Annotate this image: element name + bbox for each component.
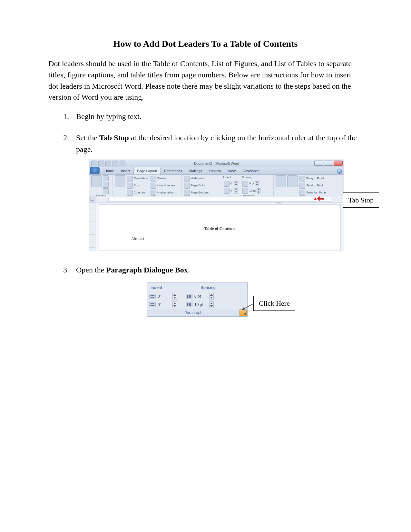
paragraph-footer-label: Paragraph bbox=[147, 310, 240, 316]
spacing-after-spinner[interactable] bbox=[209, 301, 214, 308]
send-to-back-button[interactable]: Send to Back bbox=[299, 182, 327, 189]
step-3: Open the Paragraph Dialogue Box. Indent … bbox=[71, 264, 363, 317]
step-2-text-a: Set the bbox=[76, 133, 99, 142]
step-2-bold: Tab Stop bbox=[99, 133, 129, 142]
orientation-button[interactable]: Orientation bbox=[126, 175, 149, 182]
help-icon[interactable] bbox=[337, 169, 342, 174]
spacing-before-control[interactable]: 0 pt bbox=[242, 181, 261, 187]
columns-button[interactable]: Columns bbox=[126, 190, 149, 196]
office-button-icon[interactable] bbox=[90, 167, 100, 174]
tab-page-layout[interactable]: Page Layout bbox=[133, 167, 161, 175]
tab-selector-icon[interactable] bbox=[89, 196, 95, 202]
step-3-bold: Paragraph Dialogue Box bbox=[106, 266, 188, 274]
close-button[interactable] bbox=[334, 161, 343, 166]
tab-review[interactable]: Review bbox=[206, 167, 224, 175]
spacing-before-icon bbox=[186, 294, 192, 299]
group-page-setup: Orientation Size Columns Breaks Line Num… bbox=[113, 175, 181, 196]
hyphenation-button[interactable]: Hyphenation bbox=[150, 190, 176, 196]
indent-left-value: 0" bbox=[230, 182, 233, 186]
bring-to-front-button[interactable]: Bring to Front bbox=[299, 175, 327, 182]
horizontal-ruler[interactable] bbox=[95, 196, 344, 202]
position-icon[interactable] bbox=[276, 175, 286, 187]
margins-icon[interactable] bbox=[115, 175, 125, 187]
themes-icon[interactable] bbox=[91, 175, 102, 187]
send-to-back-icon bbox=[299, 183, 305, 189]
indent-right-spinner[interactable] bbox=[172, 301, 177, 308]
selection-pane-button[interactable]: Selection Pane bbox=[299, 190, 327, 196]
document-area: Table of Contents Abstract bbox=[89, 202, 344, 251]
window-title: Document2 - Microsoft Word bbox=[89, 161, 344, 166]
doc-line-1-text: Abstract bbox=[131, 236, 144, 241]
maximize-button[interactable] bbox=[324, 161, 333, 166]
spacing-before-value[interactable]: 0 pt bbox=[194, 293, 207, 299]
indent-right-icon bbox=[149, 302, 156, 307]
page-color-button[interactable]: Page Color bbox=[183, 182, 209, 189]
indent-left-spinner[interactable] bbox=[172, 293, 177, 300]
size-button[interactable]: Size bbox=[126, 182, 149, 189]
tab-mailings[interactable]: Mailings bbox=[186, 167, 206, 175]
group-themes: Themes bbox=[89, 175, 113, 196]
tab-references[interactable]: References bbox=[161, 167, 186, 175]
tab-home[interactable]: Home bbox=[101, 167, 117, 175]
spacing-before-spinner[interactable] bbox=[255, 181, 259, 186]
paragraph-headers: Indent Spacing bbox=[147, 282, 247, 292]
tab-developer[interactable]: Developer bbox=[239, 167, 262, 175]
save-icon[interactable] bbox=[98, 161, 104, 166]
redo-icon[interactable] bbox=[113, 161, 118, 166]
watermark-label: Watermark bbox=[191, 176, 205, 181]
text-wrapping-icon[interactable] bbox=[287, 175, 298, 187]
step-1: Begin by typing text. bbox=[71, 111, 363, 122]
page-color-label: Page Color bbox=[191, 183, 205, 188]
bring-to-front-icon bbox=[299, 176, 305, 182]
indent-right-value[interactable]: 0" bbox=[158, 302, 171, 308]
send-to-back-label: Send to Back bbox=[306, 183, 324, 188]
theme-colors-icon[interactable] bbox=[103, 175, 109, 181]
selection-pane-label: Selection Pane bbox=[306, 191, 326, 195]
theme-effects-icon[interactable] bbox=[103, 188, 109, 194]
intro-paragraph: Dot leaders should be used in the Table … bbox=[48, 58, 363, 103]
indent-header: Indent bbox=[147, 284, 197, 291]
figure-2: Indent Spacing 0" 0 pt 0" bbox=[147, 282, 298, 317]
ruler-track bbox=[108, 197, 331, 202]
breaks-label: Breaks bbox=[157, 176, 166, 181]
ribbon-body: Themes Orientation Size Columns bbox=[89, 175, 344, 196]
vertical-ruler[interactable] bbox=[89, 202, 95, 251]
hyphenation-icon bbox=[151, 190, 156, 196]
indent-left-spinner[interactable] bbox=[234, 181, 238, 186]
spacing-after-value[interactable]: 10 pt bbox=[194, 302, 207, 308]
indent-header: Indent bbox=[223, 175, 239, 180]
spacing-after-control[interactable]: 10 pt bbox=[242, 188, 261, 194]
ruler-row bbox=[89, 196, 344, 202]
document-page[interactable]: Table of Contents Abstract bbox=[99, 204, 341, 251]
indent-right-control[interactable]: 0" bbox=[223, 188, 239, 194]
tab-insert[interactable]: Insert bbox=[117, 167, 133, 175]
watermark-icon bbox=[184, 176, 190, 182]
tab-stop-marker-icon[interactable] bbox=[314, 197, 317, 200]
page-borders-button[interactable]: Page Borders bbox=[183, 190, 209, 196]
group-paragraph: Indent 0" 0" Spacing 0 pt 10 pt bbox=[221, 175, 274, 196]
indent-left-value[interactable]: 0" bbox=[158, 293, 171, 299]
tab-view[interactable]: View bbox=[224, 167, 239, 175]
spacing-before-icon bbox=[242, 181, 248, 187]
indent-left-control[interactable]: 0" bbox=[223, 181, 239, 187]
breaks-button[interactable]: Breaks bbox=[150, 175, 176, 182]
spacing-before-value: 0 pt bbox=[249, 182, 254, 186]
text-cursor-icon bbox=[145, 237, 145, 241]
theme-fonts-icon[interactable] bbox=[103, 182, 109, 188]
undo-icon[interactable] bbox=[105, 161, 111, 166]
step-3-text-c: . bbox=[188, 266, 190, 274]
qat-icon[interactable] bbox=[91, 161, 97, 166]
orientation-label: Orientation bbox=[134, 176, 148, 181]
minimize-button[interactable] bbox=[314, 161, 323, 166]
spacing-after-value: 10 pt bbox=[249, 189, 256, 193]
group-arrange: Bring to Front Send to Back Selection Pa… bbox=[274, 175, 344, 196]
ribbon-tabs: Home Insert Page Layout References Maili… bbox=[89, 167, 344, 175]
paragraph-footer: Paragraph bbox=[147, 309, 247, 316]
watermark-button[interactable]: Watermark bbox=[183, 175, 209, 182]
spacing-before-spinner[interactable] bbox=[209, 293, 214, 300]
indent-right-spinner[interactable] bbox=[234, 188, 238, 193]
spacing-after-spinner[interactable] bbox=[257, 188, 260, 193]
line-numbers-button[interactable]: Line Numbers bbox=[150, 182, 176, 189]
group-page-background: Watermark Page Color Page Borders Page B… bbox=[181, 175, 221, 196]
qat-extra-icon[interactable] bbox=[120, 161, 125, 166]
